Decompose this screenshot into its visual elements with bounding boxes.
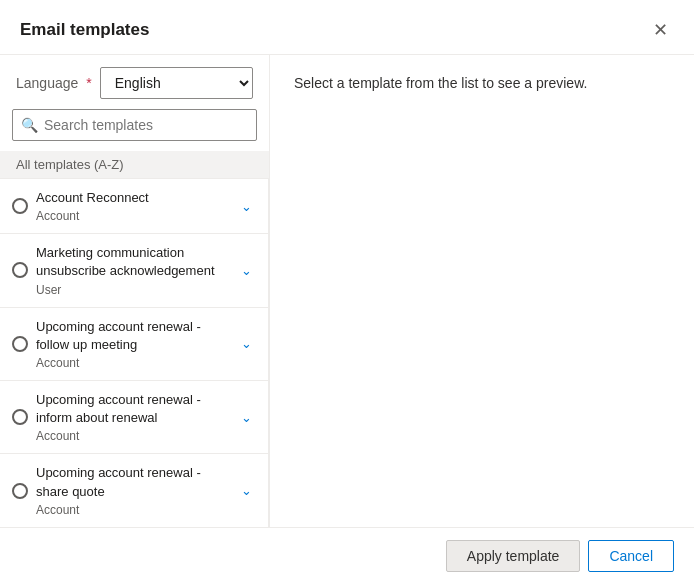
dialog-body: Language * English 🔍 All templates (A-Z)… (0, 55, 694, 527)
dialog-footer: Apply template Cancel (0, 527, 694, 584)
search-icon: 🔍 (21, 117, 38, 133)
template-info-2: Marketing communication unsubscribe ackn… (36, 244, 229, 296)
template-list: Account ReconnectAccount⌄Marketing commu… (0, 179, 269, 527)
left-panel: Language * English 🔍 All templates (A-Z)… (0, 55, 270, 527)
template-category-4: Account (36, 429, 229, 443)
dialog-header: Email templates ✕ (0, 0, 694, 55)
template-expand-2[interactable]: ⌄ (237, 261, 256, 280)
template-category-3: Account (36, 356, 229, 370)
template-radio-1[interactable] (12, 198, 28, 214)
right-panel: Select a template from the list to see a… (270, 55, 694, 527)
template-name-5: Upcoming account renewal - share quote (36, 464, 229, 500)
template-expand-5[interactable]: ⌄ (237, 481, 256, 500)
search-input[interactable] (44, 117, 248, 133)
cancel-button[interactable]: Cancel (588, 540, 674, 572)
template-name-2: Marketing communication unsubscribe ackn… (36, 244, 229, 280)
template-name-3: Upcoming account renewal - follow up mee… (36, 318, 229, 354)
template-info-5: Upcoming account renewal - share quoteAc… (36, 464, 229, 516)
search-row: 🔍 (0, 109, 269, 151)
template-expand-1[interactable]: ⌄ (237, 197, 256, 216)
template-category-5: Account (36, 503, 229, 517)
template-item[interactable]: Upcoming account renewal - follow up mee… (0, 308, 268, 381)
template-expand-3[interactable]: ⌄ (237, 334, 256, 353)
template-category-2: User (36, 283, 229, 297)
email-templates-dialog: Email templates ✕ Language * English 🔍 (0, 0, 694, 584)
list-header: All templates (A-Z) (0, 151, 269, 179)
language-row: Language * English (0, 55, 269, 109)
template-name-4: Upcoming account renewal - inform about … (36, 391, 229, 427)
dialog-title: Email templates (20, 20, 149, 40)
close-button[interactable]: ✕ (646, 16, 674, 44)
language-label: Language (16, 75, 78, 91)
template-item[interactable]: Marketing communication unsubscribe ackn… (0, 234, 268, 307)
template-radio-3[interactable] (12, 336, 28, 352)
apply-template-button[interactable]: Apply template (446, 540, 581, 572)
template-radio-5[interactable] (12, 483, 28, 499)
template-info-3: Upcoming account renewal - follow up mee… (36, 318, 229, 370)
preview-placeholder: Select a template from the list to see a… (294, 75, 587, 91)
required-indicator: * (86, 75, 91, 91)
template-name-1: Account Reconnect (36, 189, 229, 207)
template-expand-4[interactable]: ⌄ (237, 408, 256, 427)
template-category-1: Account (36, 209, 229, 223)
template-info-1: Account ReconnectAccount (36, 189, 229, 223)
template-info-4: Upcoming account renewal - inform about … (36, 391, 229, 443)
language-select[interactable]: English (100, 67, 253, 99)
template-radio-4[interactable] (12, 409, 28, 425)
template-radio-2[interactable] (12, 262, 28, 278)
template-item[interactable]: Upcoming account renewal - inform about … (0, 381, 268, 454)
search-box: 🔍 (12, 109, 257, 141)
template-item[interactable]: Account ReconnectAccount⌄ (0, 179, 268, 234)
template-item[interactable]: Upcoming account renewal - share quoteAc… (0, 454, 268, 527)
